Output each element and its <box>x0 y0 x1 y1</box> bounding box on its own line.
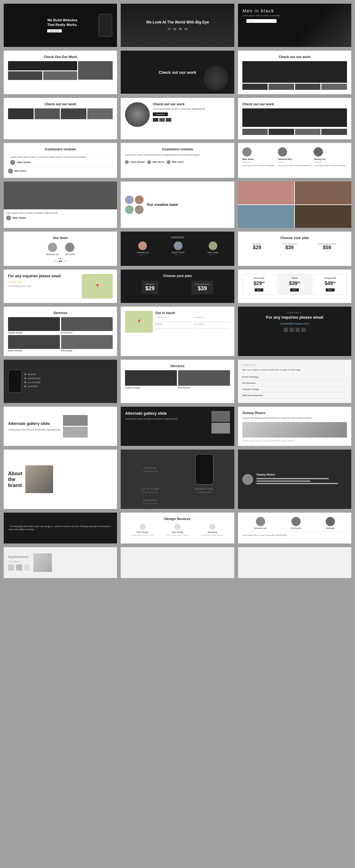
service1-label: Graphic design <box>8 332 60 334</box>
dark-plan2-price: $39 <box>195 285 209 292</box>
pricing-col1-price: 29 <box>256 281 262 286</box>
empty-card-1 <box>121 547 234 578</box>
tool-arrow-3: › <box>346 388 347 391</box>
alt-gallery2-body: Lorem ipsum dolor sit amet, consectetur … <box>125 417 209 421</box>
reviewer-1: Adam Sandler <box>17 161 31 164</box>
plan1-label: Newbees <box>253 243 261 245</box>
app-icon-3 <box>24 564 30 571</box>
dark-apps-label2: UX SYSTEM <box>125 488 176 490</box>
service3-label: Brand strategy <box>8 349 60 352</box>
applications-card: Applications Lorem ipsum <box>4 547 117 578</box>
reviews-heading-2: Customers reviews <box>125 147 230 151</box>
services-card-2: Services Graphic Design Art Direction <box>121 360 234 403</box>
design-service-icon-1 <box>139 524 146 530</box>
reviewer-2: Mike Stuart <box>14 170 26 172</box>
pricing-col2-title: Team <box>281 277 309 279</box>
design-services-heading: Design Services <box>125 517 230 521</box>
work-btn-5[interactable]: View More <box>153 113 168 116</box>
service2-label: Art direction <box>61 332 113 334</box>
about-brand-card: About the brand <box>4 450 117 509</box>
dark-plan2-label: Full experience <box>195 283 209 285</box>
work-card-2: Check out our work <box>121 51 234 94</box>
dark-contact-subtitle: CONTACT <box>243 312 346 314</box>
our-team-heading: Our team <box>8 236 113 240</box>
tool-arrow-2: › <box>346 382 347 384</box>
plan1-price: $29 <box>253 245 261 250</box>
design-services-card: Design Services Print Design Lorem ipsum… <box>121 513 234 544</box>
pricing-col1-btn[interactable]: BUY <box>255 288 263 291</box>
tools-heading: We use unique, custom-built tools to giv… <box>242 368 347 371</box>
hero1-cta[interactable]: Learn More <box>47 29 62 32</box>
pricing-dark-heading: Choose your plan <box>125 274 230 278</box>
person-mike-name: Mike Stuart <box>13 216 26 219</box>
pricing-col3-btn[interactable]: BUY <box>326 288 334 291</box>
plan2-price: $39 <box>282 245 297 250</box>
applications-subtext: Lorem ipsum <box>8 560 30 563</box>
work-card-3: Check out our work <box>238 51 351 94</box>
reviews-heading-1: Customers reviews <box>8 147 113 151</box>
tommy-dark-name: Tommy Rivers <box>256 473 347 476</box>
person-card-mike: Lorem ipsum dolor sit amet consectetur a… <box>4 182 117 228</box>
app-feature-2: MARKETING <box>28 377 41 379</box>
tommy-reviews-card: Amanda Lee Art Director Strategist Lorem… <box>238 513 351 544</box>
quote-text: " I'm very picky with whom I give my ene… <box>9 525 112 531</box>
tool-1: Event Strategy <box>242 375 258 378</box>
services2-service1: Graphic Design <box>125 386 177 389</box>
review-text-1: Lorem ipsum dolor sit amet, consectetur … <box>10 156 110 159</box>
plan3-label: Collaborate projects <box>317 243 336 245</box>
reviews3-name3: Tommy Lee <box>314 158 347 161</box>
hero-card-3: Men in black Lorem ipsum dolor sit amet … <box>238 4 351 47</box>
photo-grid-card <box>238 182 351 228</box>
work-heading-5: Check out our work <box>153 102 205 106</box>
reviews-card-1: Customers reviews Lorem ipsum dolor sit … <box>4 143 117 178</box>
work-heading-1: Check Out Our Work <box>8 55 113 59</box>
reviewer-col-2: Mike Burns <box>153 161 164 163</box>
app-feature-4: SUPPORT <box>28 385 38 388</box>
reviewer-col-1: Adam Sandler <box>130 161 145 163</box>
inquiry-card: For any inquiries please email ★★★★★ con… <box>4 270 117 303</box>
tools-card: CONTACT We use unique, custom-built tool… <box>238 360 351 403</box>
get-in-touch-card: 📍 Get in touch LOCATION CONTACT US FIND … <box>121 307 234 356</box>
team-member-2: Larry Flint <box>65 253 74 255</box>
dark-team-name3: Mike Stuart <box>207 251 218 253</box>
tool-arrow-4: › <box>346 394 347 397</box>
hero-card-2: We Look At The World With Big Eye 27 22 … <box>121 4 234 47</box>
pricing-heading: Choose your plan <box>242 236 347 240</box>
dark-contact-email[interactable]: contact@company.com <box>243 322 346 325</box>
work-card-5: Check out our work Lorem ipsum dolor sit… <box>121 98 234 139</box>
services-card-1: Services Graphic design Art direction Br… <box>4 307 117 356</box>
services-heading-2: Services <box>125 364 230 368</box>
work-heading-6: Check out our work <box>242 102 347 106</box>
feature-dot-1 <box>24 373 26 375</box>
services-heading-1: Services <box>8 311 113 315</box>
work-card-1: Check Out Our Work <box>4 51 117 94</box>
work-heading-3: Check out our work <box>242 55 347 59</box>
hero2-title: We Look At The World With Big Eye <box>146 20 209 25</box>
hero-card-1: We Build Websites That Really Works. Lea… <box>4 4 117 47</box>
app-illustration <box>33 553 52 572</box>
design-service-icon-2 <box>174 524 181 530</box>
app-icon-2 <box>16 564 22 571</box>
feature-dot-2 <box>24 377 26 379</box>
design-service-icon-3 <box>209 524 216 530</box>
dark-contact-heading: For any inquiries please email <box>243 315 346 319</box>
dark-plan1-price: $29 <box>146 285 155 292</box>
tool-3: Graphic Design <box>242 388 259 391</box>
app-card: DESIGN MARKETING UX SYSTEM SUPPORT <box>4 360 117 403</box>
tommy-dark-card: Tommy Rivers <box>238 450 351 509</box>
alt-gallery-white: Alternate gallery slide Lorem ipsum dolo… <box>4 407 117 446</box>
work-heading-2: Check out our work <box>159 70 196 75</box>
inquiry-stars: ★★★★★ <box>8 280 79 284</box>
reviews3-name2: Samanta Rice <box>278 158 311 161</box>
alt-gallery-dark: Alternate gallery slide Lorem ipsum dolo… <box>121 407 234 446</box>
pricing-card-white: Choose your plan Newbees $29 Full experi… <box>238 231 351 266</box>
pricing-col2-price: 39 <box>292 281 297 286</box>
reviews-card-2: Customers reviews Lorem ipsum dolor sit … <box>121 143 234 178</box>
dark-team-subtitle: CONTACT <box>125 236 230 239</box>
work-heading-4: Check out our work <box>8 102 113 106</box>
dark-plan1-label: Newbees <box>146 283 155 285</box>
tommy-heading: Tommy Rivers <box>242 411 347 415</box>
work-card-4: Check out our work <box>4 98 117 139</box>
design-service-2: Web Design <box>166 531 189 533</box>
pricing-col2-btn[interactable]: BUY <box>290 288 299 291</box>
